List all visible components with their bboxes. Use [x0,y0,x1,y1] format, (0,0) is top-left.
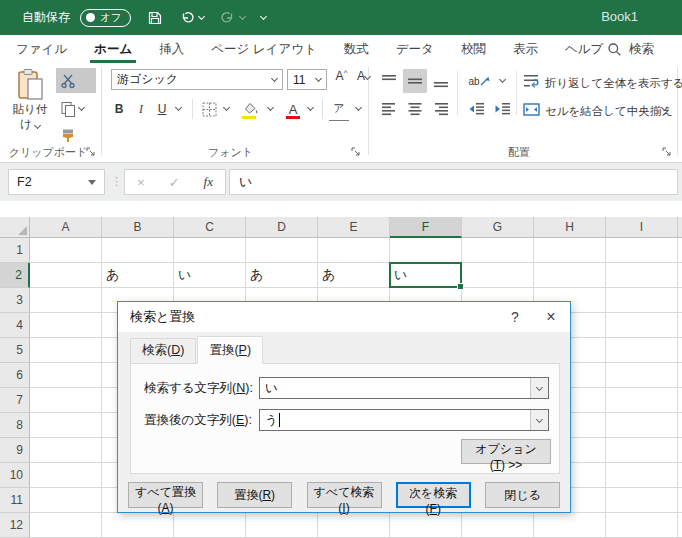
align-top-button[interactable] [377,69,401,93]
merge-center-label[interactable]: セルを結合して中央揃え [545,104,673,119]
column-header-F[interactable]: F [390,217,462,238]
cell-I9[interactable] [606,438,678,463]
find-all-button[interactable]: すべて検索(I) [307,482,382,508]
cell-D1[interactable] [246,238,318,263]
cell-A8[interactable] [30,413,102,438]
cell-I10[interactable] [606,463,678,488]
cell-I5[interactable] [606,338,678,363]
cell-A12[interactable] [30,513,102,538]
column-header-B[interactable]: B [102,217,174,238]
row-header-12[interactable]: 12 [0,513,30,538]
column-header-E[interactable]: E [318,217,390,238]
row-header-10[interactable]: 10 [0,463,30,488]
row-header-11[interactable]: 11 [0,488,30,513]
decrease-indent-button[interactable] [464,97,488,121]
cell-partial-7[interactable] [678,388,682,413]
cell-partial-12[interactable] [678,513,682,538]
cell-partial-2[interactable] [678,263,682,288]
replace-all-button[interactable]: すべて置換(A) [128,482,203,508]
cell-C12[interactable] [174,513,246,538]
align-right-button[interactable] [429,97,453,121]
quick-access-customize-button[interactable] [261,17,266,19]
insert-function-button[interactable]: fx [204,174,213,190]
align-center-button[interactable] [403,97,427,121]
cell-F2[interactable]: い [390,263,462,288]
cell-A1[interactable] [30,238,102,263]
tab-insert[interactable]: 挿入 [155,35,188,63]
cell-H1[interactable] [534,238,606,263]
dialog-help-button[interactable]: ? [498,302,532,332]
replace-with-dropdown-button[interactable] [530,410,548,430]
cell-I8[interactable] [606,413,678,438]
save-button[interactable] [147,10,163,26]
cell-A10[interactable] [30,463,102,488]
cell-I3[interactable] [606,288,678,313]
cell-H12[interactable] [534,513,606,538]
bold-button[interactable]: B [109,97,129,121]
cancel-button[interactable]: × [137,175,145,190]
cell-A6[interactable] [30,363,102,388]
phonetic-dropdown-button[interactable] [351,97,365,121]
cell-partial-4[interactable] [678,313,682,338]
cell-I6[interactable] [606,363,678,388]
cell-G1[interactable] [462,238,534,263]
options-button[interactable]: オプション(T) >> [461,439,551,464]
find-what-combobox[interactable]: い [259,377,549,399]
row-header-9[interactable]: 9 [0,438,30,463]
select-all-corner[interactable] [0,217,30,238]
tab-data[interactable]: データ [392,35,438,63]
cell-C2[interactable]: い [174,263,246,288]
cell-I12[interactable] [606,513,678,538]
row-header-7[interactable]: 7 [0,388,30,413]
autosave-toggle[interactable]: オフ [80,9,131,27]
copy-button[interactable] [56,96,96,121]
cell-E12[interactable] [318,513,390,538]
row-header-5[interactable]: 5 [0,338,30,363]
underline-button[interactable]: U [153,97,171,121]
cell-partial-10[interactable] [678,463,682,488]
cell-partial-1[interactable] [678,238,682,263]
align-middle-button[interactable] [403,69,427,93]
font-color-button[interactable]: A [283,97,303,121]
cell-I7[interactable] [606,388,678,413]
undo-button[interactable] [179,10,204,26]
cell-F1[interactable] [390,238,462,263]
column-header-C[interactable]: C [174,217,246,238]
wrap-text-button[interactable] [519,69,543,93]
ribbon-search[interactable]: 検索 [607,35,654,63]
cell-D2[interactable]: あ [246,263,318,288]
enter-button[interactable]: ✓ [169,175,180,190]
cell-B12[interactable] [102,513,174,538]
wrap-text-label[interactable]: 折り返して全体を表示する [545,76,682,91]
cell-F12[interactable] [390,513,462,538]
cell-B1[interactable] [102,238,174,263]
cell-H2[interactable] [534,263,606,288]
font-name-combobox[interactable]: 游ゴシック [111,69,283,90]
column-header-G[interactable]: G [462,217,534,238]
redo-button[interactable] [220,10,245,26]
cell-D12[interactable] [246,513,318,538]
borders-dropdown-button[interactable] [219,97,233,121]
borders-button[interactable] [199,97,219,121]
orientation-button[interactable]: ab [464,69,494,93]
cell-E2[interactable]: あ [318,263,390,288]
row-header-1[interactable]: 1 [0,238,30,263]
dialog-tab-replace[interactable]: 置換(P) [197,336,263,364]
cell-G2[interactable] [462,263,534,288]
cell-partial-3[interactable] [678,288,682,313]
column-header-I[interactable]: I [606,217,678,238]
formula-input[interactable]: い [229,169,678,195]
alignment-dialog-launcher[interactable] [662,147,674,159]
font-color-dropdown-button[interactable] [303,97,317,121]
replace-button[interactable]: 置換(R) [217,482,292,508]
align-bottom-button[interactable] [429,69,453,93]
tab-file[interactable]: ファイル [12,35,71,63]
column-header-D[interactable]: D [246,217,318,238]
tab-review[interactable]: 校閲 [457,35,490,63]
cell-I1[interactable] [606,238,678,263]
cell-partial-5[interactable] [678,338,682,363]
cell-partial-9[interactable] [678,438,682,463]
row-header-3[interactable]: 3 [0,288,30,313]
replace-with-combobox[interactable]: う [259,409,549,431]
cell-G12[interactable] [462,513,534,538]
